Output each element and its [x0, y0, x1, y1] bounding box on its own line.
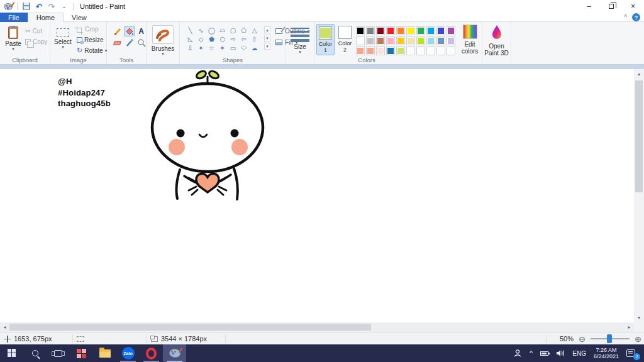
- palette-swatch[interactable]: [416, 36, 425, 45]
- restore-button[interactable]: [600, 0, 622, 13]
- paste-button[interactable]: Paste ▾: [3, 23, 24, 57]
- shape-five-point-star[interactable]: ☆: [206, 43, 217, 52]
- clock[interactable]: 7:26 AM 6/24/2021: [590, 344, 623, 362]
- palette-swatch-empty[interactable]: [436, 47, 445, 55]
- palette-swatch[interactable]: [356, 26, 365, 35]
- zoom-in-button[interactable]: ⊕: [634, 335, 642, 343]
- file-explorer-button[interactable]: [93, 344, 116, 362]
- action-center-button[interactable]: 2: [623, 344, 641, 362]
- palette-swatch[interactable]: [447, 26, 455, 35]
- palette-swatch[interactable]: [376, 47, 385, 55]
- eraser-tool-button[interactable]: [112, 38, 123, 48]
- zoom-slider[interactable]: [591, 338, 630, 339]
- zoom-out-button[interactable]: ⊖: [578, 335, 586, 343]
- crop-button[interactable]: Crop: [77, 25, 107, 34]
- palette-swatch[interactable]: [436, 36, 445, 45]
- shape-polygon[interactable]: ⬠: [238, 26, 249, 35]
- paint-taskbar-button[interactable]: [163, 344, 186, 362]
- shape-hexagon[interactable]: ⬡: [217, 35, 228, 43]
- shape-oval-callout[interactable]: ⬭: [238, 43, 249, 52]
- palette-swatch[interactable]: [396, 36, 405, 45]
- rotate-button[interactable]: ↻ Rotate ▾: [77, 46, 107, 55]
- scroll-down-button[interactable]: ▾: [634, 313, 644, 322]
- shapes-scroll-up-button[interactable]: ▴: [264, 26, 270, 33]
- select-button[interactable]: Select ▾: [52, 23, 74, 57]
- palette-swatch[interactable]: [356, 36, 365, 45]
- palette-swatch[interactable]: [356, 47, 365, 55]
- shape-triangle[interactable]: △: [249, 26, 260, 35]
- task-view-button[interactable]: [47, 344, 70, 362]
- palette-swatch[interactable]: [366, 26, 375, 35]
- shape-left-arrow[interactable]: ⇦: [238, 35, 249, 43]
- edit-colors-button[interactable]: Edit colors: [459, 25, 480, 55]
- shape-down-arrow[interactable]: ⇩: [185, 43, 196, 52]
- shape-rounded-rectangle[interactable]: ▢: [228, 26, 238, 35]
- minimize-button[interactable]: –: [578, 0, 600, 13]
- shape-cloud-callout[interactable]: ☁: [249, 43, 260, 52]
- close-button[interactable]: ×: [622, 0, 644, 13]
- show-hidden-icons-button[interactable]: ^: [526, 344, 536, 362]
- shapes-more-button[interactable]: ▾: [264, 43, 270, 50]
- people-button[interactable]: [509, 344, 526, 362]
- drawing-canvas[interactable]: @H #Hoidap247 thaghuog45b: [0, 69, 634, 322]
- palette-swatch-empty[interactable]: [447, 47, 455, 55]
- redo-button[interactable]: ↷: [47, 1, 57, 11]
- open-paint3d-button[interactable]: Open Paint 3D: [482, 22, 511, 57]
- shapes-scroll-down-button[interactable]: ▾: [264, 35, 270, 41]
- palette-swatch[interactable]: [366, 36, 375, 45]
- taskbar-app-tiles[interactable]: [70, 344, 93, 362]
- resize-button[interactable]: Resize: [77, 35, 107, 45]
- palette-swatch-empty[interactable]: [426, 47, 435, 55]
- customize-qat-button[interactable]: ⌄: [59, 1, 69, 11]
- brushes-button[interactable]: Brushes ▾: [147, 22, 179, 56]
- shape-right-arrow[interactable]: ⇨: [228, 35, 238, 43]
- scroll-left-button[interactable]: ◂: [0, 322, 9, 332]
- shape-four-point-star[interactable]: ✦: [196, 43, 206, 52]
- help-button[interactable]: ?: [632, 13, 640, 21]
- shape-rounded-callout[interactable]: ▭: [228, 43, 238, 52]
- start-button[interactable]: [0, 344, 23, 362]
- size-button[interactable]: Size ▾: [286, 22, 314, 56]
- palette-swatch[interactable]: [366, 47, 375, 55]
- shape-diamond[interactable]: ◇: [196, 35, 206, 43]
- palette-swatch[interactable]: [386, 47, 395, 55]
- shape-rectangle[interactable]: ▭: [217, 26, 228, 35]
- tab-home[interactable]: Home: [28, 13, 64, 22]
- zalo-button[interactable]: Zalo: [116, 344, 140, 362]
- palette-swatch[interactable]: [406, 36, 415, 45]
- scroll-up-button[interactable]: ▴: [634, 69, 644, 79]
- taskbar-search-button[interactable]: [23, 344, 47, 362]
- palette-swatch[interactable]: [396, 26, 405, 35]
- palette-swatch[interactable]: [396, 47, 405, 55]
- undo-button[interactable]: ↶: [34, 1, 44, 11]
- palette-swatch[interactable]: [447, 36, 455, 45]
- copy-button[interactable]: Copy: [25, 37, 47, 47]
- palette-swatch[interactable]: [386, 36, 395, 45]
- palette-swatch[interactable]: [376, 26, 385, 35]
- palette-swatch[interactable]: [416, 26, 425, 35]
- shape-oval[interactable]: ◯: [206, 26, 217, 35]
- palette-swatch[interactable]: [406, 26, 415, 35]
- volume-button[interactable]: [552, 344, 569, 362]
- magnifier-tool-button[interactable]: [136, 38, 147, 48]
- battery-button[interactable]: [536, 344, 552, 362]
- vertical-scroll-thumb[interactable]: [635, 80, 643, 192]
- save-button[interactable]: [21, 1, 31, 11]
- palette-swatch[interactable]: [436, 26, 445, 35]
- tab-file[interactable]: File: [0, 13, 28, 22]
- opera-button[interactable]: [140, 344, 163, 362]
- horizontal-scrollbar[interactable]: ◂ ▸: [0, 322, 634, 332]
- scroll-right-button[interactable]: ▸: [625, 322, 634, 332]
- shape-curve[interactable]: ∿: [196, 26, 206, 35]
- palette-swatch[interactable]: [426, 36, 435, 45]
- shape-right-triangle[interactable]: ◺: [185, 35, 196, 43]
- language-indicator[interactable]: ENG: [569, 344, 590, 362]
- shape-pentagon[interactable]: ⬟: [206, 35, 217, 43]
- horizontal-scroll-thumb[interactable]: [9, 324, 371, 331]
- tab-view[interactable]: View: [64, 13, 95, 22]
- vertical-scrollbar[interactable]: ▴ ▾: [634, 69, 644, 322]
- shape-six-point-star[interactable]: ✶: [217, 43, 228, 52]
- color1-button[interactable]: Color1: [316, 24, 335, 55]
- palette-swatch[interactable]: [426, 26, 435, 35]
- shape-line[interactable]: ╲: [185, 26, 196, 35]
